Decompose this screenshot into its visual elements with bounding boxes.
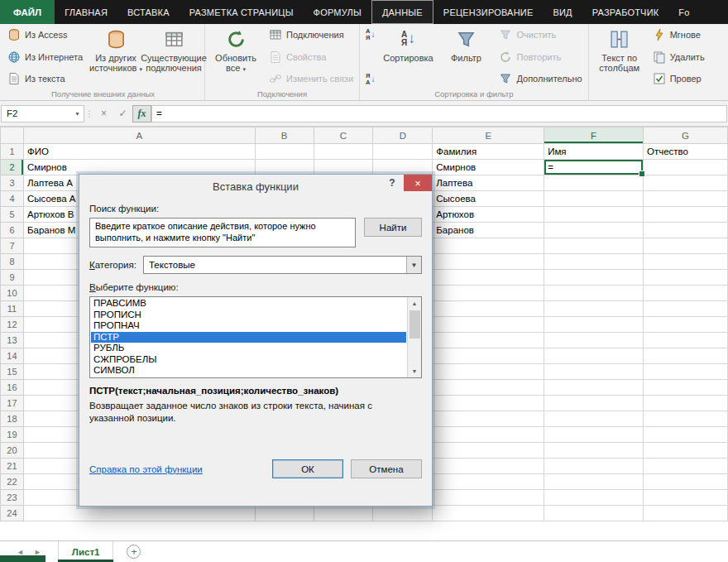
insert-function-button[interactable]: fx [132,105,151,122]
cell-F17[interactable] [544,396,644,411]
cell-A2[interactable]: Смирнов [23,160,255,175]
cell-F9[interactable] [544,270,644,286]
cell-G24[interactable] [644,506,728,521]
ribbon-tab-2[interactable]: ВСТАВКА [117,0,180,24]
row-header-8[interactable]: 8 [1,254,24,270]
find-button[interactable]: Найти [364,218,422,237]
row-header-2[interactable]: 2 [1,160,24,175]
row-header-19[interactable]: 19 [1,427,24,443]
cell-E9[interactable] [433,270,544,286]
text-to-columns-button[interactable]: Текст по столбцам [592,25,648,89]
sheet-nav-right-icon[interactable]: ► [29,548,46,556]
ribbon-tab-3[interactable]: РАЗМЕТКА СТРАНИЦЫ [180,0,304,24]
cell-F16[interactable] [544,380,644,396]
existing-connections-button[interactable]: Существующие подключения [146,25,202,89]
row-header-4[interactable]: 4 [1,191,24,207]
cell-G19[interactable] [644,427,728,443]
select-all-button[interactable] [1,127,24,144]
cell-G6[interactable] [644,223,728,238]
cell-G16[interactable] [644,380,728,396]
cell-E23[interactable] [433,490,544,506]
cell-E10[interactable] [433,286,544,301]
function-item-5[interactable]: РУБЛЬ [91,343,406,354]
sort-button[interactable]: АЯ↓ Сортировка [380,25,436,89]
function-item-2[interactable]: ПРОПИСН [91,310,406,321]
ribbon-tab-5[interactable]: ДАННЫЕ [371,0,433,24]
advanced-filter-button[interactable]: Дополнительно [496,70,585,87]
cell-F8[interactable] [544,254,644,270]
from-text-button[interactable]: Из текста [4,70,86,87]
cell-C2[interactable] [314,160,373,175]
row-header-20[interactable]: 20 [1,443,24,459]
cell-G23[interactable] [644,490,728,506]
ribbon-tab-1[interactable]: ГЛАВНАЯ [55,0,117,24]
cell-F5[interactable] [544,207,644,223]
cell-G12[interactable] [644,317,728,333]
scrollbar-thumb[interactable] [410,310,420,339]
cell-F23[interactable] [544,490,644,506]
cell-G21[interactable] [644,459,728,474]
filter-button[interactable]: Фильтр [438,25,494,89]
cell-D1[interactable] [373,144,433,160]
function-search-input[interactable]: Введите краткое описание действия, котор… [89,218,356,247]
category-select[interactable]: Текстовые ▼ [143,256,422,274]
row-header-1[interactable]: 1 [1,144,24,160]
scroll-up-icon[interactable]: ▲ [412,297,418,310]
cell-G15[interactable] [644,364,728,380]
ribbon-tab-9[interactable]: Fo [668,0,699,24]
cell-G5[interactable] [644,207,728,223]
cell-F11[interactable] [544,301,644,317]
cell-C1[interactable] [314,144,373,160]
sort-descending-button[interactable]: ЯА↓ [362,71,378,87]
cell-E16[interactable] [433,380,544,396]
cell-F2[interactable]: = [544,160,644,175]
function-item-6[interactable]: СЖПРОБЕЛЫ [91,354,406,366]
add-sheet-button[interactable]: + [127,545,141,559]
remove-duplicates-button[interactable]: Удалить [649,49,708,65]
cell-E15[interactable] [433,364,544,380]
flash-fill-button[interactable]: Мгнове [649,26,708,43]
ok-button[interactable]: ОК [272,459,343,478]
cell-E2[interactable]: Смирнов [433,160,544,175]
row-header-12[interactable]: 12 [1,317,24,333]
row-header-21[interactable]: 21 [1,459,24,474]
from-access-button[interactable]: Из Access [4,26,86,43]
cell-E24[interactable] [433,506,544,521]
dialog-titlebar[interactable]: Вставка функции ? × [79,175,432,199]
cell-E20[interactable] [433,443,544,459]
cell-F15[interactable] [544,364,644,380]
cell-G14[interactable] [644,348,728,364]
cell-E21[interactable] [433,459,544,474]
cell-E7[interactable] [433,238,544,254]
cell-G9[interactable] [644,270,728,286]
cell-E19[interactable] [433,427,544,443]
function-item-7[interactable]: СИМВОЛ [91,365,406,377]
cell-G1[interactable]: Отчество [644,144,728,160]
row-header-11[interactable]: 11 [1,301,24,317]
cell-E14[interactable] [433,348,544,364]
row-header-15[interactable]: 15 [1,364,24,380]
cell-D24[interactable] [373,506,433,521]
cancel-button[interactable]: Отмена [351,459,422,478]
row-header-13[interactable]: 13 [1,333,24,348]
column-header-F[interactable]: F [544,127,644,144]
function-item-4[interactable]: ПСТР [91,332,406,343]
cell-G8[interactable] [644,254,728,270]
refresh-all-button[interactable]: Обновить все ▾ [208,25,264,89]
cell-B1[interactable] [255,144,314,160]
cell-F7[interactable] [544,238,644,254]
cell-E13[interactable] [433,333,544,348]
function-list[interactable]: ПРАВСИМВПРОПИСНПРОПНАЧПСТРРУБЛЬСЖПРОБЕЛЫ… [89,296,422,378]
function-item-1[interactable]: ПРАВСИМВ [91,298,406,310]
ribbon-tab-4[interactable]: ФОРМУЛЫ [304,0,371,24]
cell-G11[interactable] [644,301,728,317]
column-header-E[interactable]: E [433,127,544,144]
cell-B24[interactable] [255,506,314,521]
cell-D2[interactable] [373,160,433,175]
row-header-16[interactable]: 16 [1,380,24,396]
cell-F21[interactable] [544,459,644,474]
enter-entry-button[interactable]: ✓ [113,105,132,122]
dialog-close-button[interactable]: × [404,175,432,191]
cell-A1[interactable]: ФИО [23,144,255,160]
cell-F13[interactable] [544,333,644,348]
